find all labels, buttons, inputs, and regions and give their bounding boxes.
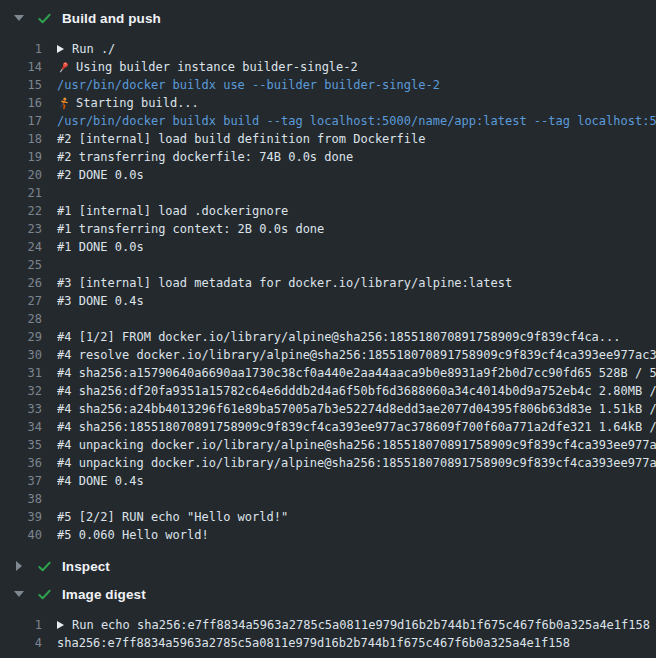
line-content — [57, 310, 656, 328]
section-header-build-and-push[interactable]: Build and push — [0, 4, 656, 32]
line-content — [57, 184, 656, 202]
line-number[interactable]: 40 — [0, 526, 42, 544]
line-text: #4 sha256:df20fa9351a15782c64e6dddb2d4a6… — [57, 382, 656, 400]
log-line: 31#4 sha256:a15790640a6690aa1730c38cf0a4… — [0, 364, 656, 382]
caret-right-icon[interactable] — [13, 561, 24, 571]
line-content: #1 DONE 0.0s — [57, 238, 656, 256]
line-number[interactable]: 1 — [0, 40, 42, 58]
line-content: #2 [internal] load build definition from… — [57, 130, 656, 148]
line-text: #4 [1/2] FROM docker.io/library/alpine@s… — [57, 328, 621, 346]
line-text: #5 [2/2] RUN echo "Hello world!" — [57, 508, 288, 526]
line-number[interactable]: 39 — [0, 508, 42, 526]
line-number[interactable]: 24 — [0, 238, 42, 256]
line-number[interactable]: 15 — [0, 76, 42, 94]
line-text: Using builder instance builder-single-2 — [76, 58, 358, 76]
section-header-image-digest[interactable]: Image digest — [0, 580, 656, 608]
line-number[interactable]: 16 — [0, 94, 42, 112]
line-content — [57, 490, 656, 508]
line-content: #1 [internal] load .dockerignore — [57, 202, 656, 220]
line-text: #3 [internal] load metadata for docker.i… — [57, 274, 512, 292]
log-line: 35#4 unpacking docker.io/library/alpine@… — [0, 436, 656, 454]
log-line: 29#4 [1/2] FROM docker.io/library/alpine… — [0, 328, 656, 346]
log-line: 14Using builder instance builder-single-… — [0, 58, 656, 76]
log-line: 26#3 [internal] load metadata for docker… — [0, 274, 656, 292]
log-line: 23#1 transferring context: 2B 0.0s done — [0, 220, 656, 238]
line-number[interactable]: 29 — [0, 328, 42, 346]
line-text: #4 sha256:a15790640a6690aa1730c38cf0a440… — [57, 364, 656, 382]
log-line: 19#2 transferring dockerfile: 74B 0.0s d… — [0, 148, 656, 166]
line-content: #1 transferring context: 2B 0.0s done — [57, 220, 656, 238]
line-number[interactable]: 26 — [0, 274, 42, 292]
section-header-inspect[interactable]: Inspect — [0, 552, 656, 580]
line-content: #5 [2/2] RUN echo "Hello world!" — [57, 508, 656, 526]
log-line: 38 — [0, 490, 656, 508]
log-line: 30#4 resolve docker.io/library/alpine@sh… — [0, 346, 656, 364]
section-title: Image digest — [62, 587, 146, 602]
line-text: #4 unpacking docker.io/library/alpine@sh… — [57, 454, 656, 472]
line-number[interactable]: 18 — [0, 130, 42, 148]
log-line: 21 — [0, 184, 656, 202]
line-text: #1 transferring context: 2B 0.0s done — [57, 220, 324, 238]
line-content: #4 sha256:a24bb4013296f61e89ba57005a7b3e… — [57, 400, 656, 418]
line-content: sha256:e7ff8834a5963a2785c5a0811e979d16b… — [57, 634, 656, 652]
line-number[interactable]: 33 — [0, 400, 42, 418]
line-number[interactable]: 25 — [0, 256, 42, 274]
line-text: #4 DONE 0.4s — [57, 472, 144, 490]
line-number[interactable]: 27 — [0, 292, 42, 310]
line-number[interactable]: 34 — [0, 418, 42, 436]
log-line: 36#4 unpacking docker.io/library/alpine@… — [0, 454, 656, 472]
line-number[interactable]: 31 — [0, 364, 42, 382]
line-number[interactable]: 32 — [0, 382, 42, 400]
line-content: #5 0.060 Hello world! — [57, 526, 656, 544]
line-number[interactable]: 22 — [0, 202, 42, 220]
line-number[interactable]: 23 — [0, 220, 42, 238]
log-line: 32#4 sha256:df20fa9351a15782c64e6dddb2d4… — [0, 382, 656, 400]
section-title: Build and push — [62, 11, 161, 26]
line-text: /usr/bin/docker buildx build --tag local… — [57, 112, 656, 130]
line-number[interactable]: 30 — [0, 346, 42, 364]
line-number[interactable]: 28 — [0, 310, 42, 328]
log-line: 39#5 [2/2] RUN echo "Hello world!" — [0, 508, 656, 526]
line-number[interactable]: 35 — [0, 436, 42, 454]
caret-down-icon[interactable] — [13, 15, 24, 21]
line-number[interactable]: 14 — [0, 58, 42, 76]
line-content: /usr/bin/docker buildx build --tag local… — [57, 112, 656, 130]
log-line: 40#5 0.060 Hello world! — [0, 526, 656, 544]
line-text: #2 DONE 0.0s — [57, 166, 144, 184]
play-icon[interactable] — [57, 621, 64, 629]
line-content: #4 sha256:a15790640a6690aa1730c38cf0a440… — [57, 364, 656, 382]
log-line: 17/usr/bin/docker buildx build --tag loc… — [0, 112, 656, 130]
caret-down-icon[interactable] — [13, 591, 24, 597]
line-number[interactable]: 20 — [0, 166, 42, 184]
log-line: 20#2 DONE 0.0s — [0, 166, 656, 184]
line-content: #3 DONE 0.4s — [57, 292, 656, 310]
runner-icon — [57, 97, 70, 110]
log-line: 16Starting build... — [0, 94, 656, 112]
line-content: #4 [1/2] FROM docker.io/library/alpine@s… — [57, 328, 656, 346]
line-number[interactable]: 37 — [0, 472, 42, 490]
log-line: 37#4 DONE 0.4s — [0, 472, 656, 490]
section-title: Inspect — [62, 559, 110, 574]
line-text: #2 [internal] load build definition from… — [57, 130, 425, 148]
line-number[interactable]: 1 — [0, 616, 42, 634]
log-line: 1Run ./ — [0, 40, 656, 58]
line-number[interactable]: 4 — [0, 634, 42, 652]
line-number[interactable]: 38 — [0, 490, 42, 508]
line-text: #3 DONE 0.4s — [57, 292, 144, 310]
line-number[interactable]: 17 — [0, 112, 42, 130]
log-line: 18#2 [internal] load build definition fr… — [0, 130, 656, 148]
log-line: 4sha256:e7ff8834a5963a2785c5a0811e979d16… — [0, 634, 656, 652]
play-icon[interactable] — [57, 45, 64, 53]
line-text: Starting build... — [76, 94, 199, 112]
line-number[interactable]: 36 — [0, 454, 42, 472]
line-content: #2 transferring dockerfile: 74B 0.0s don… — [57, 148, 656, 166]
log-line: 15/usr/bin/docker buildx use --builder b… — [0, 76, 656, 94]
actions-log: Build and push1Run ./14Using builder ins… — [0, 0, 656, 652]
line-number[interactable]: 21 — [0, 184, 42, 202]
log-line: 27#3 DONE 0.4s — [0, 292, 656, 310]
line-content: #4 unpacking docker.io/library/alpine@sh… — [57, 454, 656, 472]
check-icon — [37, 587, 52, 602]
line-text: #4 sha256:185518070891758909c9f839cf4ca3… — [57, 418, 656, 436]
log-rows: 1Run echo sha256:e7ff8834a5963a2785c5a08… — [0, 616, 656, 652]
line-number[interactable]: 19 — [0, 148, 42, 166]
